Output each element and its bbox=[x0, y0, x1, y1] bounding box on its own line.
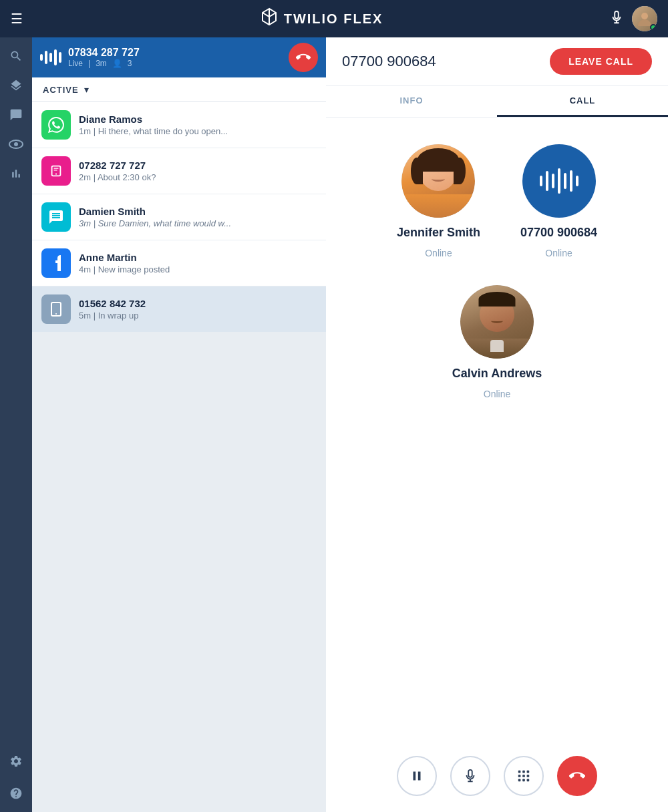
active-call-number: 07834 287 727 bbox=[68, 47, 282, 59]
app-title: TWILIO FLEX bbox=[284, 11, 383, 27]
svg-rect-13 bbox=[522, 775, 525, 777]
participant-jennifer: Jennifer Smith Online bbox=[397, 144, 480, 258]
svg-rect-5 bbox=[53, 168, 58, 168]
conversation-content: Diane Ramos 1m | Hi there, what time do … bbox=[79, 114, 317, 136]
conversation-content: Damien Smith 3m | Sure Damien, what time… bbox=[79, 206, 317, 228]
sidebar-item-layers[interactable] bbox=[3, 72, 29, 99]
conversation-panel: 07834 287 727 Live | 3m 👤 3 ACTIVE ▾ bbox=[32, 37, 326, 812]
conversation-preview: 1m | Hi there, what time do you open... bbox=[79, 126, 317, 136]
conversation-name: Anne Martin bbox=[79, 252, 317, 263]
svg-rect-15 bbox=[518, 779, 521, 782]
participants-row-bottom: Calvin Andrews Online bbox=[452, 285, 542, 399]
right-panel: 07700 900684 LEAVE CALL INFO CALL bbox=[326, 37, 668, 812]
sidebar-item-analytics[interactable] bbox=[3, 160, 29, 187]
call-phone-number: 07700 900684 bbox=[342, 53, 539, 70]
conversation-item[interactable]: Anne Martin 4m | New image posted bbox=[32, 240, 326, 286]
sms-icon bbox=[41, 156, 71, 186]
right-header: 07700 900684 LEAVE CALL bbox=[326, 37, 668, 86]
participant-name-calvin: Calvin Andrews bbox=[452, 367, 542, 381]
tab-info[interactable]: INFO bbox=[326, 86, 497, 117]
sidebar-item-settings[interactable] bbox=[3, 748, 29, 775]
participant-status-wave: Online bbox=[545, 248, 572, 258]
participant-status-calvin: Online bbox=[484, 389, 510, 399]
svg-rect-6 bbox=[53, 170, 57, 170]
active-call-bar: 07834 287 727 Live | 3m 👤 3 bbox=[32, 37, 326, 77]
online-indicator bbox=[650, 24, 657, 31]
end-call-button[interactable] bbox=[557, 756, 597, 796]
participants-row-top: Jennifer Smith Online bbox=[397, 144, 597, 258]
conversation-preview: 5m | In wrap up bbox=[79, 311, 317, 321]
main-layout: 07834 287 727 Live | 3m 👤 3 ACTIVE ▾ bbox=[0, 37, 668, 812]
conversation-item[interactable]: Damien Smith 3m | Sure Damien, what time… bbox=[32, 194, 326, 240]
call-duration: 3m bbox=[96, 59, 107, 68]
conversation-preview: 4m | New image posted bbox=[79, 264, 317, 274]
svg-rect-9 bbox=[518, 771, 521, 773]
call-wave-icon bbox=[40, 49, 61, 65]
chat-icon bbox=[41, 202, 71, 232]
svg-point-0 bbox=[641, 13, 648, 19]
sidebar-item-search[interactable] bbox=[3, 43, 29, 69]
conversation-list: Diane Ramos 1m | Hi there, what time do … bbox=[32, 102, 326, 812]
user-avatar[interactable] bbox=[632, 6, 657, 31]
mobile-icon bbox=[41, 294, 71, 324]
call-status: Live bbox=[68, 59, 83, 68]
whatsapp-icon bbox=[41, 110, 71, 140]
right-tabs: INFO CALL bbox=[326, 86, 668, 118]
conversation-preview: 3m | Sure Damien, what time would w... bbox=[79, 218, 317, 228]
conversation-content: 07282 727 727 2m | About 2:30 ok? bbox=[79, 160, 317, 182]
conversation-content: Anne Martin 4m | New image posted bbox=[79, 252, 317, 274]
active-call-info: 07834 287 727 Live | 3m 👤 3 bbox=[68, 47, 282, 68]
call-content: Jennifer Smith Online bbox=[326, 118, 668, 740]
svg-rect-12 bbox=[518, 775, 521, 777]
leave-call-button[interactable]: LEAVE CALL bbox=[550, 48, 652, 75]
conversation-name: Diane Ramos bbox=[79, 114, 317, 125]
conversation-name: Damien Smith bbox=[79, 206, 317, 217]
conversation-item[interactable]: Diane Ramos 1m | Hi there, what time do … bbox=[32, 102, 326, 148]
call-controls bbox=[326, 740, 668, 812]
mute-button[interactable] bbox=[450, 756, 490, 796]
filter-label: ACTIVE bbox=[43, 85, 79, 95]
participant-wave: 07700 900684 Online bbox=[520, 144, 597, 258]
sidebar-item-view[interactable] bbox=[3, 131, 29, 158]
svg-rect-11 bbox=[527, 771, 530, 773]
svg-point-8 bbox=[55, 313, 57, 315]
app-logo: TWILIO FLEX bbox=[33, 7, 609, 30]
facebook-icon bbox=[41, 248, 71, 278]
participant-status-jennifer: Online bbox=[425, 248, 452, 258]
sidebar-item-help[interactable] bbox=[3, 780, 29, 807]
active-call-meta: Live | 3m 👤 3 bbox=[68, 59, 282, 68]
conversation-preview: 2m | About 2:30 ok? bbox=[79, 172, 317, 182]
svg-point-4 bbox=[55, 173, 57, 174]
participant-name-wave: 07700 900684 bbox=[520, 226, 597, 240]
svg-rect-10 bbox=[522, 771, 525, 773]
conversation-item[interactable]: 07282 727 727 2m | About 2:30 ok? bbox=[32, 148, 326, 194]
participant-avatar-calvin bbox=[460, 285, 534, 359]
svg-rect-17 bbox=[527, 779, 530, 782]
conversation-content: 01562 842 732 5m | In wrap up bbox=[79, 298, 317, 321]
hangup-button[interactable] bbox=[289, 43, 318, 72]
svg-point-2 bbox=[14, 142, 18, 146]
conv-filter-bar: ACTIVE ▾ bbox=[32, 77, 326, 102]
topbar: ☰ TWILIO FLEX bbox=[0, 0, 668, 37]
participant-avatar-jennifer bbox=[401, 144, 475, 218]
sidebar-item-chat[interactable] bbox=[3, 102, 29, 128]
conversation-item[interactable]: 01562 842 732 5m | In wrap up bbox=[32, 286, 326, 333]
conversation-name: 07282 727 727 bbox=[79, 160, 317, 171]
svg-rect-14 bbox=[527, 775, 530, 777]
participant-avatar-wave bbox=[522, 144, 596, 218]
svg-rect-16 bbox=[522, 779, 525, 782]
filter-chevron-icon[interactable]: ▾ bbox=[84, 84, 89, 95]
participants-count: 3 bbox=[128, 59, 132, 68]
participant-calvin: Calvin Andrews Online bbox=[452, 285, 542, 399]
logo-icon bbox=[260, 7, 279, 30]
pause-button[interactable] bbox=[397, 756, 437, 796]
menu-button[interactable]: ☰ bbox=[11, 11, 23, 27]
mic-icon[interactable] bbox=[609, 10, 624, 28]
keypad-button[interactable] bbox=[504, 756, 544, 796]
participant-name-jennifer: Jennifer Smith bbox=[397, 226, 480, 240]
participants-icon: 👤 bbox=[112, 59, 122, 68]
tab-call[interactable]: CALL bbox=[497, 86, 668, 117]
sidebar-icons bbox=[0, 37, 32, 812]
conversation-name: 01562 842 732 bbox=[79, 298, 317, 309]
